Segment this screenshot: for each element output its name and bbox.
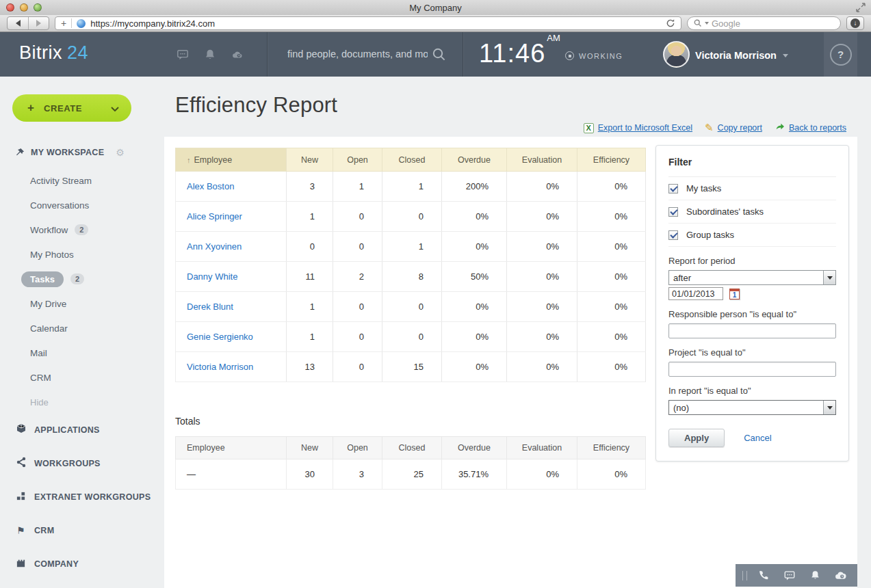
totals-cell: 35.71% bbox=[442, 459, 507, 490]
notifications-bell-icon[interactable] bbox=[803, 570, 828, 581]
sidebar-item-my-drive[interactable]: My Drive bbox=[0, 291, 164, 316]
employee-link[interactable]: Alex Boston bbox=[187, 181, 234, 191]
flag-icon: ⚑ bbox=[15, 525, 27, 536]
period-date-input[interactable] bbox=[668, 287, 723, 300]
sidebar-item-activity-stream[interactable]: Activity Stream bbox=[0, 168, 164, 193]
sidebar-section-crm[interactable]: ⚑ CRM bbox=[0, 513, 164, 547]
copy-report-action[interactable]: ✎ Copy report bbox=[705, 122, 762, 134]
sidebar-item-tasks[interactable]: Tasks2 bbox=[0, 267, 164, 291]
table-cell: 0% bbox=[442, 232, 507, 262]
table-cell: 0% bbox=[442, 292, 507, 322]
sidebar-item-crm[interactable]: CRM bbox=[0, 365, 164, 390]
sidebar-item-conversations[interactable]: Conversations bbox=[0, 193, 164, 217]
responsible-input[interactable] bbox=[668, 323, 836, 338]
sidebar-section-workgroups[interactable]: WORKGROUPS bbox=[0, 446, 164, 480]
back-button[interactable] bbox=[8, 17, 28, 29]
column-header-open[interactable]: Open bbox=[333, 148, 382, 172]
column-header-overdue[interactable]: Overdue bbox=[442, 148, 507, 172]
address-bar[interactable]: + https://mycompany.bitrix24.com bbox=[55, 16, 681, 30]
totals-cell: 30 bbox=[287, 459, 333, 490]
column-header-closed[interactable]: Closed bbox=[382, 148, 442, 172]
close-window-button[interactable] bbox=[6, 3, 14, 12]
sidebar-item-my-photos[interactable]: My Photos bbox=[0, 242, 164, 267]
column-header-efficiency[interactable]: Efficiency bbox=[577, 148, 646, 172]
totals-row: — 30 3 25 35.71% 0% 0% bbox=[176, 459, 646, 490]
cloud-clock-icon[interactable] bbox=[828, 569, 853, 582]
user-avatar[interactable] bbox=[663, 41, 690, 68]
minimize-window-button[interactable] bbox=[20, 3, 28, 12]
sidebar-item-workflow[interactable]: Workflow2 bbox=[0, 217, 164, 242]
sidebar: + CREATE MY WORKSPACE ⚙ Activity StreamC… bbox=[0, 77, 164, 588]
dropdown-arrow-icon[interactable] bbox=[823, 401, 835, 414]
table-cell: 0 bbox=[287, 232, 333, 262]
fullscreen-icon[interactable] bbox=[856, 3, 866, 12]
project-input[interactable] bbox=[668, 362, 836, 377]
url-text[interactable]: https://mycompany.bitrix24.com bbox=[90, 18, 661, 29]
new-tab-button[interactable]: + bbox=[61, 18, 66, 29]
chat-icon[interactable] bbox=[777, 570, 802, 582]
sidebar-hide-link[interactable]: Hide bbox=[0, 390, 164, 414]
user-menu[interactable]: Victoria Morrison bbox=[695, 50, 788, 61]
page-header: Efficiency Report X Export to Microsoft … bbox=[164, 77, 857, 137]
table-cell: 0 bbox=[382, 322, 442, 352]
column-header-evaluation[interactable]: Evaluation bbox=[507, 148, 577, 172]
employee-link[interactable]: Victoria Morrison bbox=[187, 362, 253, 372]
working-status-icon bbox=[565, 51, 574, 60]
employee-link[interactable]: Ann Xyovinen bbox=[187, 241, 242, 252]
dropdown-arrow-icon[interactable] bbox=[823, 271, 835, 284]
filter-checkbox-my-tasks[interactable]: My tasks bbox=[668, 177, 836, 200]
checkbox-icon[interactable] bbox=[668, 207, 678, 217]
working-status[interactable]: WORKING bbox=[565, 51, 623, 60]
phone-icon[interactable] bbox=[751, 570, 777, 581]
work-clock[interactable]: 11:46AM bbox=[479, 39, 559, 68]
global-search-input[interactable] bbox=[287, 46, 428, 62]
messages-icon[interactable] bbox=[177, 49, 189, 61]
workgroups-icon bbox=[15, 457, 27, 470]
forward-button[interactable] bbox=[28, 17, 49, 29]
help-button[interactable]: ? bbox=[830, 44, 852, 66]
column-header-new[interactable]: New bbox=[287, 148, 333, 172]
back-to-reports-action[interactable]: Back to reports bbox=[775, 122, 846, 133]
checkbox-icon[interactable] bbox=[668, 230, 678, 240]
browser-search-field[interactable]: Google bbox=[687, 16, 841, 30]
workspace-header[interactable]: MY WORKSPACE ⚙ bbox=[0, 142, 164, 163]
sidebar-section-company[interactable]: COMPANY bbox=[0, 547, 164, 580]
column-header-employee[interactable]: Employee bbox=[176, 148, 287, 172]
sidebar-item-calendar[interactable]: Calendar bbox=[0, 316, 164, 340]
employee-link[interactable]: Derek Blunt bbox=[187, 302, 233, 312]
reload-icon[interactable] bbox=[666, 18, 675, 28]
period-select[interactable]: after bbox=[668, 270, 836, 285]
sidebar-item-mail[interactable]: Mail bbox=[0, 340, 164, 365]
employee-link[interactable]: Alice Springer bbox=[187, 211, 242, 222]
global-search-icon[interactable] bbox=[432, 47, 447, 62]
table-cell: 50% bbox=[442, 262, 507, 292]
sidebar-section-extranet[interactable]: EXTRANET WORKGROUPS bbox=[0, 480, 164, 513]
cloud-icon[interactable] bbox=[231, 49, 244, 61]
search-engine-caret-icon[interactable] bbox=[705, 22, 709, 27]
table-cell: 0% bbox=[577, 352, 646, 382]
sidebar-section-applications[interactable]: APPLICATIONS bbox=[0, 413, 164, 446]
export-excel-action[interactable]: X Export to Microsoft Excel bbox=[584, 123, 692, 133]
table-row: Alice Springer1000%0%0% bbox=[176, 202, 646, 232]
in-report-select[interactable]: (no) bbox=[668, 400, 836, 415]
gear-icon[interactable]: ⚙ bbox=[116, 147, 125, 158]
bitrix24-logo[interactable]: Bitrix24 bbox=[19, 42, 88, 64]
cancel-link[interactable]: Cancel bbox=[744, 433, 771, 443]
table-cell: 1 bbox=[287, 292, 333, 322]
notifications-bell-icon[interactable] bbox=[204, 49, 216, 61]
checkbox-icon[interactable] bbox=[668, 184, 678, 193]
filter-checkbox-subordinates-tasks[interactable]: Subordinates' tasks bbox=[668, 200, 836, 224]
filter-checkbox-group-tasks[interactable]: Group tasks bbox=[668, 224, 836, 247]
zoom-window-button[interactable] bbox=[34, 3, 42, 12]
employee-link[interactable]: Danny White bbox=[187, 271, 237, 282]
apply-button[interactable]: Apply bbox=[668, 429, 725, 447]
create-button[interactable]: + CREATE bbox=[12, 94, 131, 122]
responsible-label: Responsible person "is equal to" bbox=[668, 309, 836, 319]
app-topbar: Bitrix24 11:46AM WORKING Victoria Morris… bbox=[0, 32, 871, 77]
employee-link[interactable]: Genie Sergienko bbox=[187, 332, 253, 342]
counter-badge: 2 bbox=[70, 273, 84, 284]
downloads-button[interactable]: ↓ bbox=[846, 16, 864, 30]
table-row: Genie Sergienko1000%0%0% bbox=[176, 322, 646, 352]
calendar-icon[interactable] bbox=[729, 289, 740, 299]
dock-drag-handle[interactable] bbox=[742, 571, 747, 580]
